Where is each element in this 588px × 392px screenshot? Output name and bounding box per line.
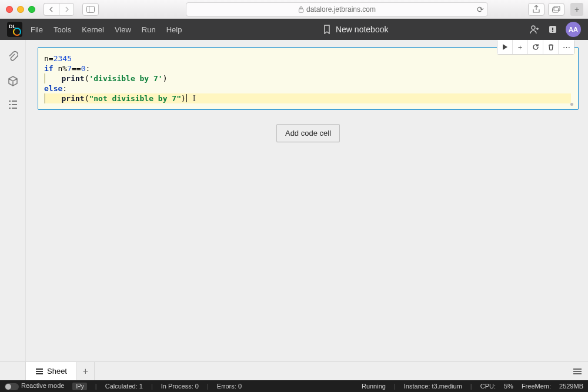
add-cell-button[interactable]: + — [513, 40, 528, 54]
status-cpu-label: CPU: — [480, 383, 496, 390]
reactive-mode-label: Reactive mode — [21, 382, 64, 389]
forward-button[interactable] — [59, 3, 74, 16]
delete-cell-button[interactable] — [543, 40, 559, 54]
separator: | — [470, 383, 472, 390]
menu-help[interactable]: Help — [166, 25, 182, 34]
new-tab-button[interactable]: + — [570, 3, 583, 16]
url-bar[interactable]: datalore.jetbrains.com ⟳ — [186, 2, 488, 16]
attachments-icon[interactable] — [8, 51, 18, 62]
indent-guide — [44, 93, 45, 103]
minimize-window-icon[interactable] — [17, 6, 24, 13]
status-instance: Instance: t3.medium — [404, 383, 462, 390]
status-inprocess: In Process: 0 — [161, 383, 199, 390]
app-menu-bar: DL File Tools Kernel View Run Help New n… — [0, 19, 588, 40]
menu-tools[interactable]: Tools — [54, 25, 71, 34]
back-button[interactable] — [44, 3, 59, 16]
kernel-badge[interactable]: IPy — [72, 383, 86, 390]
sheet-tab[interactable]: Sheet — [26, 362, 77, 380]
sheet-strip: Sheet + — [0, 361, 588, 380]
avatar[interactable]: AA — [566, 22, 581, 37]
more-cell-button[interactable]: ⋯ — [559, 40, 574, 54]
svg-point-5 — [532, 26, 535, 29]
code-text: ) — [163, 74, 168, 83]
svg-rect-0 — [87, 6, 95, 12]
outline-icon[interactable] — [8, 100, 18, 109]
menu-items: File Tools Kernel View Run Help — [31, 25, 182, 34]
separator: | — [151, 383, 153, 390]
content-area: + ⋯ n=2345 if n%7==0: print('divisible b… — [26, 40, 588, 361]
svg-rect-3 — [553, 8, 559, 12]
status-bar: Reactive mode IPy | Calculated: 1 | In P… — [0, 380, 588, 392]
avatar-initials: AA — [569, 26, 578, 33]
actions-right: AA — [529, 22, 581, 37]
workspace: + ⋯ n=2345 if n%7==0: print('divisible b… — [0, 40, 588, 361]
unsaved-indicator-icon — [570, 103, 573, 106]
code-number: 7 — [67, 64, 72, 73]
code-fn: print — [61, 94, 84, 103]
toggle-icon — [5, 383, 19, 390]
svg-rect-4 — [554, 6, 560, 11]
notebook-title-area: New notebook — [182, 25, 529, 34]
code-text: n= — [44, 54, 54, 63]
code-fn: print — [61, 74, 84, 83]
bookmark-icon — [323, 25, 331, 34]
separator: | — [394, 383, 396, 390]
svg-rect-8 — [552, 31, 553, 32]
package-icon[interactable] — [7, 75, 19, 87]
code-editor[interactable]: n=2345 if n%7==0: print('divisible by 7'… — [38, 48, 578, 109]
share-button[interactable] — [528, 3, 544, 16]
menu-file[interactable]: File — [31, 25, 43, 34]
tabs-button[interactable] — [548, 3, 564, 16]
menu-run[interactable]: Run — [142, 25, 156, 34]
restart-cell-button[interactable] — [528, 40, 543, 54]
url-text: datalore.jetbrains.com — [306, 5, 376, 14]
nav-buttons — [44, 3, 74, 16]
close-window-icon[interactable] — [6, 6, 13, 13]
status-cpu-value: 5% — [504, 383, 513, 390]
code-text: : — [62, 84, 67, 93]
window-controls — [5, 6, 35, 13]
status-running: Running — [362, 383, 386, 390]
sheet-strip-spacer — [0, 362, 26, 380]
code-text: ) — [181, 94, 186, 103]
code-string: 'divisible by 7' — [89, 74, 162, 83]
ibeam-cursor-icon: I — [193, 93, 196, 103]
menu-view[interactable]: View — [115, 25, 131, 34]
run-cell-button[interactable] — [497, 40, 513, 54]
add-sheet-button[interactable]: + — [77, 362, 95, 380]
separator: | — [207, 383, 209, 390]
browser-chrome: datalore.jetbrains.com ⟳ + — [0, 0, 588, 19]
code-string: "not divisible by 7" — [89, 94, 181, 103]
indent-guide — [44, 73, 45, 83]
separator: | — [95, 383, 97, 390]
sheet-icon — [35, 368, 44, 375]
add-cell-row: Add code cell — [38, 124, 579, 142]
share-users-icon[interactable] — [529, 25, 540, 34]
sheet-tab-label: Sheet — [47, 367, 67, 376]
code-number: 2345 — [54, 54, 72, 63]
notebook-title[interactable]: New notebook — [336, 25, 389, 34]
reactive-mode-toggle[interactable]: Reactive mode — [5, 382, 64, 390]
zoom-window-icon[interactable] — [28, 6, 35, 13]
app-logo[interactable]: DL — [7, 22, 22, 37]
chrome-right: + — [528, 3, 583, 16]
app-logo-swirl-icon — [13, 28, 21, 36]
report-icon[interactable] — [548, 25, 557, 34]
status-errors: Errors: 0 — [217, 383, 242, 390]
reload-button[interactable]: ⟳ — [477, 5, 484, 14]
svg-rect-2 — [299, 9, 303, 12]
add-code-cell-button[interactable]: Add code cell — [276, 124, 340, 142]
code-keyword: if — [44, 64, 54, 73]
status-freemem-value: 2529MB — [559, 383, 583, 390]
text-cursor — [186, 94, 187, 102]
left-rail — [0, 40, 26, 361]
sheet-menu-icon[interactable] — [573, 368, 582, 375]
sheet-strip-right — [95, 362, 588, 380]
code-cell[interactable]: + ⋯ n=2345 if n%7==0: print('divisible b… — [38, 47, 579, 110]
menu-kernel[interactable]: Kernel — [82, 25, 104, 34]
code-text: == — [72, 64, 81, 73]
lock-icon — [298, 6, 304, 13]
sidebar-toggle-button[interactable] — [82, 3, 99, 16]
status-freemem-label: FreeMem: — [522, 383, 551, 390]
cell-toolbar: + ⋯ — [497, 40, 574, 55]
